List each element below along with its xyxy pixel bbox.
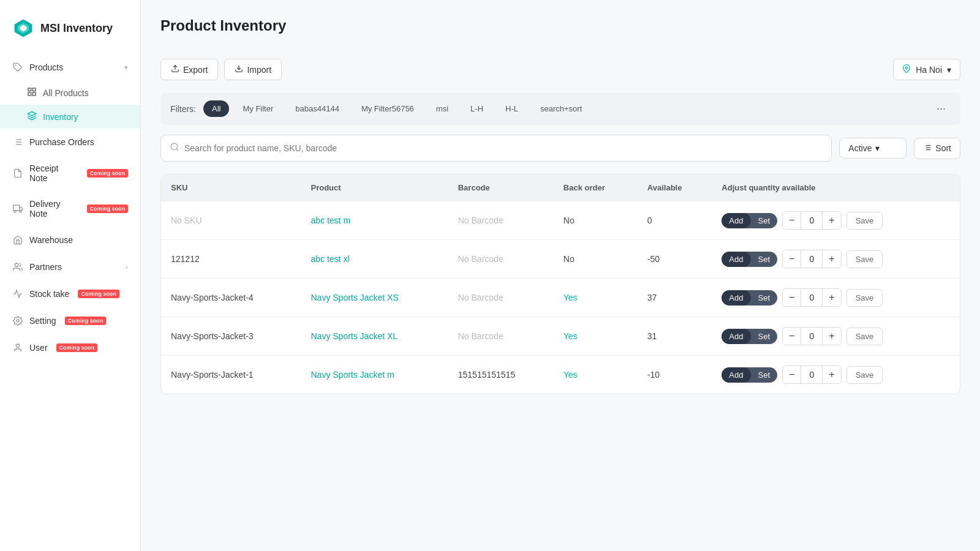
- filter-chip-all[interactable]: All: [203, 100, 229, 117]
- set-toggle-label[interactable]: Set: [751, 290, 778, 305]
- svg-marker-15: [20, 207, 23, 210]
- sidebar-item-partners[interactable]: Partners ›: [0, 253, 140, 280]
- add-set-toggle[interactable]: Add Set: [722, 252, 777, 267]
- svg-rect-4: [28, 88, 31, 91]
- set-toggle-label[interactable]: Set: [751, 252, 778, 267]
- cell-back-order: No: [554, 240, 638, 279]
- cell-back-order: Yes: [554, 279, 638, 317]
- add-toggle-label[interactable]: Add: [722, 329, 750, 344]
- sidebar-item-setting[interactable]: Setting Coming soon: [0, 307, 140, 334]
- product-link[interactable]: Navy Sports Jacket XL: [311, 331, 398, 341]
- add-toggle-label[interactable]: Add: [722, 213, 750, 228]
- active-status-dropdown[interactable]: Active ▾: [839, 138, 907, 159]
- filter-chip-babas44144[interactable]: babas44144: [287, 100, 348, 117]
- add-set-toggle[interactable]: Add Set: [722, 213, 777, 228]
- sidebar-item-delivery-note[interactable]: Delivery Note Coming soon: [0, 191, 140, 227]
- qty-plus-button[interactable]: +: [823, 289, 840, 306]
- import-button[interactable]: Import: [224, 59, 282, 80]
- filter-chip-l-h[interactable]: L-H: [462, 100, 492, 117]
- svg-point-3: [15, 65, 17, 66]
- add-toggle-label[interactable]: Add: [722, 252, 750, 267]
- qty-stepper: − 0 +: [782, 288, 842, 307]
- product-link[interactable]: Navy Sports Jacket m: [311, 370, 394, 380]
- sidebar-item-purchase-orders[interactable]: Purchase Orders: [0, 129, 140, 156]
- sort-label: Sort: [935, 143, 951, 153]
- cell-product: abc test xl: [301, 240, 448, 279]
- set-toggle-label[interactable]: Set: [751, 213, 778, 228]
- qty-minus-button[interactable]: −: [783, 212, 801, 229]
- svg-point-18: [15, 263, 18, 266]
- cell-adjust: Add Set − 0 + Save: [712, 240, 960, 279]
- sidebar-item-stock-take[interactable]: Stock take Coming soon: [0, 280, 140, 307]
- set-toggle-label[interactable]: Set: [751, 329, 778, 344]
- cell-available: 31: [638, 317, 712, 356]
- add-set-toggle[interactable]: Add Set: [722, 290, 777, 305]
- qty-minus-button[interactable]: −: [783, 328, 801, 345]
- sidebar-item-products[interactable]: Products ▾: [0, 54, 140, 81]
- filter-more-button[interactable]: ···: [932, 100, 951, 118]
- set-toggle-label[interactable]: Set: [751, 367, 778, 383]
- save-button[interactable]: Save: [846, 328, 883, 345]
- product-link[interactable]: abc test m: [311, 216, 350, 225]
- sidebar-item-stock-take-label: Stock take: [29, 289, 69, 299]
- table-row: 121212 abc test xl No Barcode No -50 Add…: [161, 240, 960, 279]
- col-adjust: Adjust quantity available: [712, 174, 960, 201]
- sidebar-item-user[interactable]: User Coming soon: [0, 334, 140, 361]
- product-link[interactable]: Navy Sports Jacket XS: [311, 293, 398, 302]
- cell-back-order: No: [554, 201, 638, 240]
- save-button[interactable]: Save: [846, 212, 883, 230]
- logo-icon: [12, 17, 34, 39]
- svg-rect-5: [32, 88, 36, 91]
- sidebar-item-all-products[interactable]: All Products: [0, 81, 140, 105]
- qty-stepper: − 0 +: [782, 365, 842, 384]
- sort-button[interactable]: Sort: [914, 138, 960, 159]
- sidebar-item-inventory[interactable]: Inventory: [0, 105, 140, 129]
- export-button[interactable]: Export: [160, 59, 218, 80]
- cell-barcode: No Barcode: [448, 317, 554, 356]
- qty-plus-button[interactable]: +: [823, 212, 840, 229]
- search-input[interactable]: [184, 143, 823, 153]
- qty-minus-button[interactable]: −: [783, 366, 801, 383]
- gear-icon: [12, 315, 23, 326]
- filter-chip-my-filter[interactable]: My Filter: [234, 100, 282, 117]
- filter-chip-search-sort[interactable]: search+sort: [532, 100, 590, 117]
- add-toggle-label[interactable]: Add: [722, 290, 750, 305]
- sidebar-item-receipt-note[interactable]: Receipt Note Coming soon: [0, 156, 140, 191]
- toolbar: Export Import Ha Noi ▾: [160, 59, 960, 80]
- qty-plus-button[interactable]: +: [823, 328, 840, 345]
- cell-available: -10: [638, 356, 712, 394]
- add-set-toggle[interactable]: Add Set: [722, 367, 777, 383]
- box-icon: [27, 87, 37, 99]
- svg-point-17: [20, 211, 21, 212]
- sidebar-item-warehouse[interactable]: Warehouse: [0, 227, 140, 253]
- filter-chip-h-l[interactable]: H-L: [497, 100, 527, 117]
- product-link[interactable]: abc test xl: [311, 254, 349, 264]
- qty-plus-button[interactable]: +: [823, 366, 840, 383]
- sidebar-item-inventory-label: Inventory: [43, 112, 78, 122]
- cell-sku: Navy-Sports-Jacket-4: [161, 279, 301, 317]
- save-button[interactable]: Save: [846, 250, 883, 268]
- cell-adjust: Add Set − 0 + Save: [712, 317, 960, 356]
- save-button[interactable]: Save: [846, 366, 883, 384]
- qty-stepper: − 0 +: [782, 327, 842, 345]
- qty-plus-button[interactable]: +: [823, 250, 840, 268]
- qty-minus-button[interactable]: −: [783, 250, 801, 268]
- cell-barcode: 151515151515: [448, 356, 554, 394]
- table-header-row: SKU Product Barcode Back order Available…: [161, 174, 960, 201]
- qty-minus-button[interactable]: −: [783, 289, 801, 306]
- save-button[interactable]: Save: [846, 289, 883, 307]
- filter-chip-msi[interactable]: msi: [428, 100, 457, 117]
- add-set-toggle[interactable]: Add Set: [722, 329, 777, 344]
- add-toggle-label[interactable]: Add: [722, 367, 750, 383]
- location-button[interactable]: Ha Noi ▾: [893, 59, 960, 80]
- cell-barcode: No Barcode: [448, 240, 554, 279]
- filter-chip-my-filter56756[interactable]: My Filter56756: [353, 100, 423, 117]
- chevron-down-icon: ▾: [124, 64, 128, 72]
- inventory-table: SKU Product Barcode Back order Available…: [161, 174, 960, 394]
- user-icon: [12, 342, 23, 353]
- sidebar-item-warehouse-label: Warehouse: [29, 235, 73, 245]
- cell-adjust: Add Set − 0 + Save: [712, 356, 960, 394]
- stock-take-badge: Coming soon: [78, 290, 119, 298]
- table-row: Navy-Sports-Jacket-3 Navy Sports Jacket …: [161, 317, 960, 356]
- import-icon: [235, 64, 243, 75]
